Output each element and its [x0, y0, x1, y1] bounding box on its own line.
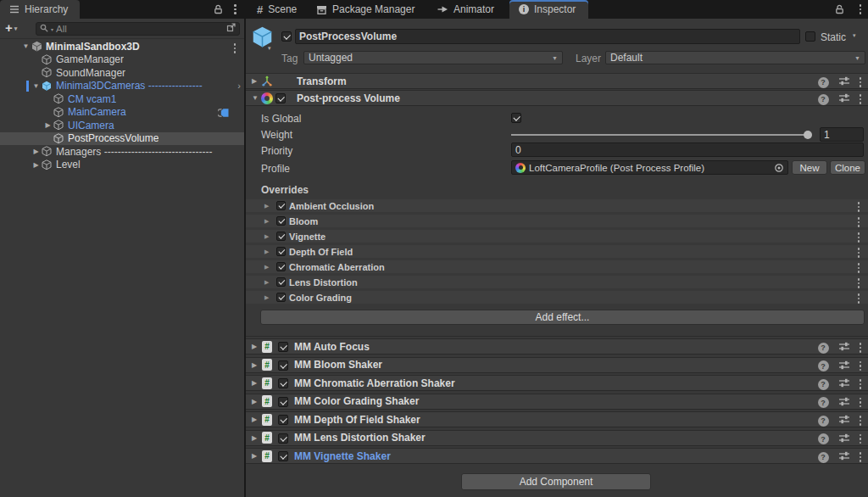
tag-dropdown[interactable]: Untagged ▼ — [303, 51, 563, 64]
scene-menu-icon[interactable] — [234, 43, 236, 53]
lock-icon[interactable] — [214, 4, 223, 17]
component-enabled-checkbox[interactable] — [278, 451, 288, 461]
expand-arrow-icon[interactable]: ▶ — [264, 279, 269, 286]
expand-arrow-icon[interactable]: ▶ — [252, 379, 257, 387]
lock-icon[interactable] — [835, 4, 844, 17]
inspector-panel-menu-icon[interactable] — [860, 4, 862, 14]
component-menu-icon[interactable] — [860, 77, 862, 87]
component-menu-icon[interactable] — [860, 416, 862, 426]
override-enabled-checkbox[interactable] — [276, 262, 286, 271]
override-row-vignette[interactable]: ▶ Vignette — [246, 230, 868, 243]
expand-arrow-icon[interactable]: ▶ — [31, 161, 42, 169]
help-icon[interactable]: ? — [818, 397, 829, 408]
mm-depth-of-field-shaker-header[interactable]: ▶ # MM Depth Of Field Shaker ? — [246, 411, 868, 427]
profile-clone-button[interactable]: Clone — [830, 160, 865, 175]
override-row-lens-distortion[interactable]: ▶ Lens Distortion — [246, 276, 868, 288]
priority-value-input[interactable] — [511, 142, 864, 157]
hierarchy-item-cm-vcam1[interactable]: CM vcam1 — [0, 92, 244, 106]
expand-arrow-icon[interactable]: ▶ — [264, 233, 269, 240]
override-enabled-checkbox[interactable] — [276, 247, 286, 256]
override-menu-icon[interactable] — [858, 293, 860, 304]
override-menu-icon[interactable] — [858, 278, 860, 288]
mm-bloom-shaker-header[interactable]: ▶ # MM Bloom Shaker ? — [246, 357, 868, 373]
component-menu-icon[interactable] — [860, 94, 862, 104]
component-enabled-checkbox[interactable] — [278, 433, 288, 444]
presets-icon[interactable] — [838, 92, 850, 106]
mm-vignette-shaker-header[interactable]: ▶ # MM Vignette Shaker ? — [246, 448, 868, 464]
gameobject-active-checkbox[interactable] — [281, 31, 292, 42]
help-icon[interactable]: ? — [818, 452, 829, 463]
component-enabled-checkbox[interactable] — [275, 93, 286, 103]
expand-arrow-icon[interactable]: ▼ — [31, 82, 42, 90]
mm-chromatic-aberration-shaker-header[interactable]: ▶ # MM Chromatic Aberration Shaker ? — [246, 375, 868, 391]
tab-package-manager[interactable]: Package Manager — [307, 0, 424, 19]
hierarchy-search-input[interactable]: ▾ All — [36, 22, 240, 36]
static-checkbox[interactable] — [805, 31, 815, 42]
mm-auto-focus-header[interactable]: ▶ # MM Auto Focus ? — [246, 338, 868, 355]
expand-arrow-icon[interactable]: ▶ — [264, 294, 269, 301]
object-picker-icon[interactable] — [774, 163, 784, 173]
expand-arrow-icon[interactable]: ▶ — [252, 434, 257, 442]
expand-arrow-icon[interactable]: ▶ — [31, 148, 42, 155]
override-enabled-checkbox[interactable] — [276, 232, 286, 241]
weight-slider[interactable] — [511, 134, 810, 136]
override-row-bloom[interactable]: ▶ Bloom — [246, 215, 868, 227]
override-row-chromatic-aberration[interactable]: ▶ Chromatic Aberration — [246, 260, 868, 273]
hierarchy-panel-menu-icon[interactable] — [234, 4, 236, 14]
component-menu-icon[interactable] — [860, 452, 862, 462]
hierarchy-item-managers[interactable]: ▶ Managers -----------------------------… — [0, 145, 244, 159]
override-menu-icon[interactable] — [858, 217, 860, 227]
component-menu-icon[interactable] — [860, 361, 862, 371]
is-global-checkbox[interactable] — [511, 113, 521, 123]
static-flags-chevron-icon[interactable]: ▾ — [853, 32, 856, 39]
help-icon[interactable]: ? — [818, 433, 829, 444]
help-icon[interactable]: ? — [818, 416, 829, 427]
override-row-color-grading[interactable]: ▶ Color Grading — [246, 291, 868, 304]
transform-component-header[interactable]: ▶ Transform ? — [246, 73, 868, 89]
tab-hierarchy[interactable]: Hierarchy — [0, 0, 80, 19]
add-component-button[interactable]: Add Component — [461, 473, 651, 490]
hierarchy-item-minimalsandbox3d[interactable]: ▼ MinimalSandbox3D — [0, 40, 244, 53]
component-enabled-checkbox[interactable] — [278, 415, 288, 425]
component-menu-icon[interactable] — [860, 434, 862, 444]
hierarchy-item-minimal3dcameras[interactable]: ▼ Minimal3DCameras ---------------- › — [0, 80, 244, 93]
gameobject-name-input[interactable] — [295, 29, 800, 44]
expand-arrow-icon[interactable]: ▶ — [42, 121, 53, 129]
override-menu-icon[interactable] — [858, 263, 860, 273]
component-menu-icon[interactable] — [860, 343, 862, 353]
tab-scene[interactable]: # Scene — [248, 0, 306, 19]
create-object-button[interactable]: +▾ — [5, 20, 17, 35]
override-menu-icon[interactable] — [858, 202, 860, 212]
override-menu-icon[interactable] — [858, 232, 860, 243]
component-enabled-checkbox[interactable] — [278, 397, 288, 407]
help-icon[interactable]: ? — [818, 360, 829, 371]
weight-value-input[interactable] — [820, 127, 864, 142]
presets-icon[interactable] — [838, 377, 850, 391]
expand-arrow-icon[interactable]: ▶ — [252, 343, 257, 350]
presets-icon[interactable] — [838, 75, 850, 89]
hierarchy-item-soundmanager[interactable]: SoundManager — [0, 66, 244, 80]
component-enabled-checkbox[interactable] — [278, 342, 288, 352]
expand-arrow-icon[interactable]: ▶ — [252, 398, 257, 405]
hierarchy-item-postprocessvolume[interactable]: PostProcessVolume — [0, 132, 244, 146]
presets-icon[interactable] — [838, 450, 850, 464]
presets-icon[interactable] — [838, 396, 850, 410]
expand-arrow-icon[interactable]: ▶ — [264, 248, 269, 255]
help-icon[interactable]: ? — [818, 343, 829, 354]
expand-arrow-icon[interactable]: ▶ — [252, 452, 257, 460]
expand-arrow-icon[interactable]: ▼ — [252, 94, 259, 102]
expand-arrow-icon[interactable]: ▶ — [264, 203, 269, 209]
component-menu-icon[interactable] — [860, 379, 862, 389]
hierarchy-item-uicamera[interactable]: ▶ UICamera — [0, 119, 244, 132]
icon-picker-chevron-icon[interactable]: ▾ — [268, 45, 271, 52]
expand-arrow-icon[interactable]: ▼ — [20, 42, 31, 50]
component-enabled-checkbox[interactable] — [278, 378, 288, 388]
post-process-volume-header[interactable]: ▼ Post-process Volume ? — [246, 90, 868, 106]
component-enabled-checkbox[interactable] — [278, 360, 288, 371]
expand-arrow-icon[interactable]: ▶ — [252, 416, 257, 423]
override-menu-icon[interactable] — [858, 248, 860, 258]
override-enabled-checkbox[interactable] — [276, 201, 286, 210]
presets-icon[interactable] — [838, 341, 850, 355]
help-icon[interactable]: ? — [818, 77, 829, 88]
mm-lens-distortion-shaker-header[interactable]: ▶ # MM Lens Distortion Shaker ? — [246, 430, 868, 446]
